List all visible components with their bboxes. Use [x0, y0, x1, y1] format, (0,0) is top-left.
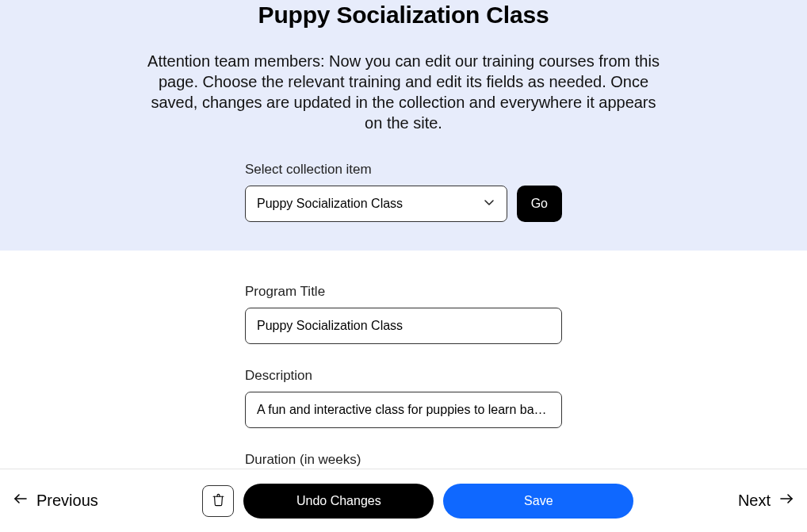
next-label: Next [738, 492, 771, 510]
arrow-left-icon [13, 491, 29, 511]
program-title-label: Program Title [245, 284, 562, 300]
next-button[interactable]: Next [738, 491, 794, 511]
description-label: Description [245, 368, 562, 384]
undo-changes-button[interactable]: Undo Changes [243, 484, 434, 519]
previous-label: Previous [36, 492, 98, 510]
footer-bar: Previous Undo Changes Save Next [0, 469, 807, 532]
intro-text: Attention team members: Now you can edit… [142, 51, 665, 133]
select-collection-label: Select collection item [245, 162, 562, 178]
chevron-down-icon [483, 196, 495, 212]
description-value: A fun and interactive class for puppies … [257, 403, 547, 417]
description-input[interactable]: A fun and interactive class for puppies … [245, 392, 562, 428]
go-button[interactable]: Go [517, 186, 562, 222]
delete-button[interactable] [202, 485, 234, 517]
duration-label: Duration (in weeks) [245, 452, 562, 468]
previous-button[interactable]: Previous [13, 491, 98, 511]
save-button[interactable]: Save [443, 484, 633, 519]
collection-item-select[interactable]: Puppy Socialization Class [245, 186, 507, 222]
collection-item-value: Puppy Socialization Class [257, 197, 403, 211]
trash-icon [212, 493, 225, 509]
program-title-input[interactable]: Puppy Socialization Class [245, 308, 562, 344]
arrow-right-icon [778, 491, 794, 511]
page-title: Puppy Socialization Class [0, 0, 807, 29]
program-title-value: Puppy Socialization Class [257, 319, 403, 333]
